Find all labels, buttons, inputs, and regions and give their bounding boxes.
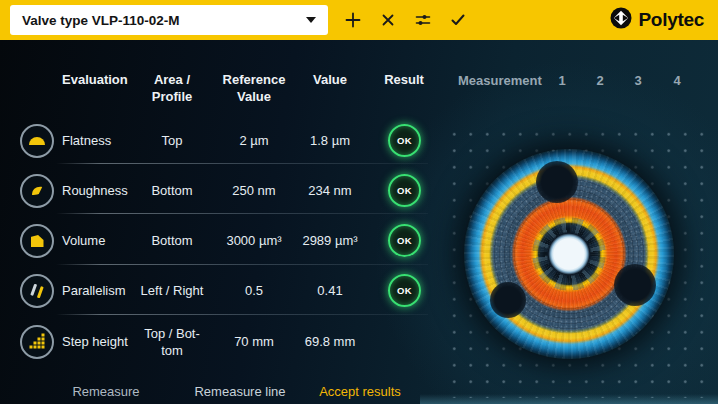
main-panel: Evaluation Area / Profile Reference Valu… [0, 40, 718, 404]
flatness-glyph [29, 137, 45, 145]
row-evaluation: Step height [62, 334, 140, 351]
brand-name: Polytec [639, 9, 705, 31]
row-area: Bottom [136, 183, 208, 200]
close-icon[interactable] [379, 11, 397, 29]
valve-center-disc [546, 231, 592, 277]
add-icon[interactable] [344, 11, 362, 29]
header-reference-value: Reference Value [218, 72, 290, 106]
roughness-glyph [28, 182, 46, 200]
header-area-profile: Area / Profile [144, 72, 200, 106]
row-ref: 70 mm [214, 334, 294, 351]
valve-bore-hole [490, 282, 526, 318]
row-ref: 3000 µm³ [214, 233, 294, 250]
row-evaluation: Volume [62, 233, 140, 250]
remeasure-line-button[interactable]: Remeasure line [188, 384, 292, 399]
valve-heatmap-image [464, 149, 674, 359]
valve-bore-hole [536, 161, 578, 203]
brand: Polytec [610, 0, 705, 40]
filter-icon[interactable] [414, 11, 432, 29]
chevron-down-icon [306, 17, 316, 23]
flatness-icon [20, 124, 54, 158]
topbar: Valve type VLP-110-02-M [0, 0, 718, 40]
volume-icon [20, 224, 54, 258]
step-height-icon [20, 325, 54, 359]
header-value: Value [300, 72, 360, 89]
result-ok-badge: OK [388, 224, 421, 257]
valve-type-value: Valve type VLP-110-02-M [22, 13, 180, 28]
row-divider [56, 314, 428, 315]
polytec-logo-icon [610, 7, 632, 33]
bottom-glow [420, 394, 718, 404]
result-text: OK [397, 285, 412, 296]
result-text: OK [397, 185, 412, 196]
confirm-icon[interactable] [449, 11, 467, 29]
row-area: Top / Bot-tom [139, 326, 205, 360]
result-text: OK [397, 135, 412, 146]
row-ref: 2 µm [214, 133, 294, 150]
row-value: 1.8 µm [296, 133, 364, 150]
header-evaluation: Evaluation [62, 72, 142, 89]
topbar-actions [344, 0, 467, 40]
row-divider [56, 213, 428, 214]
roughness-icon [20, 174, 54, 208]
step-height-glyph [28, 333, 46, 351]
row-ref: 0.5 [214, 283, 294, 300]
row-evaluation: Flatness [62, 133, 140, 150]
header-result: Result [374, 72, 434, 89]
result-ok-badge: OK [388, 174, 421, 207]
measurement-col-3[interactable]: 3 [628, 73, 648, 88]
row-area: Left / Right [136, 283, 208, 300]
row-ref: 250 nm [214, 183, 294, 200]
row-value: 69.8 mm [296, 334, 364, 351]
volume-glyph [31, 235, 44, 247]
result-ok-badge: OK [388, 274, 421, 307]
row-divider [56, 163, 428, 164]
parallelism-icon [20, 274, 54, 308]
accept-results-button[interactable]: Accept results [314, 384, 406, 399]
result-text: OK [397, 235, 412, 246]
row-area: Bottom [136, 233, 208, 250]
remeasure-area-button[interactable]: Remeasure area [60, 384, 152, 404]
row-value: 0.41 [296, 283, 364, 300]
row-divider [56, 264, 428, 265]
parallelism-glyph [30, 284, 44, 299]
row-value: 234 nm [296, 183, 364, 200]
header-measurement: Measurement [458, 73, 548, 88]
measurement-col-4[interactable]: 4 [667, 73, 687, 88]
result-ok-badge: OK [388, 124, 421, 157]
measurement-col-1[interactable]: 1 [552, 73, 572, 88]
valve-bore-hole [614, 264, 656, 306]
valve-type-dropdown[interactable]: Valve type VLP-110-02-M [10, 5, 328, 35]
row-value: 2989 µm³ [296, 233, 364, 250]
app-window: Valve type VLP-110-02-M [0, 0, 718, 404]
row-evaluation: Roughness [62, 183, 140, 200]
measurement-col-2[interactable]: 2 [590, 73, 610, 88]
row-evaluation: Parallelism [62, 283, 140, 300]
row-area: Top [136, 133, 208, 150]
